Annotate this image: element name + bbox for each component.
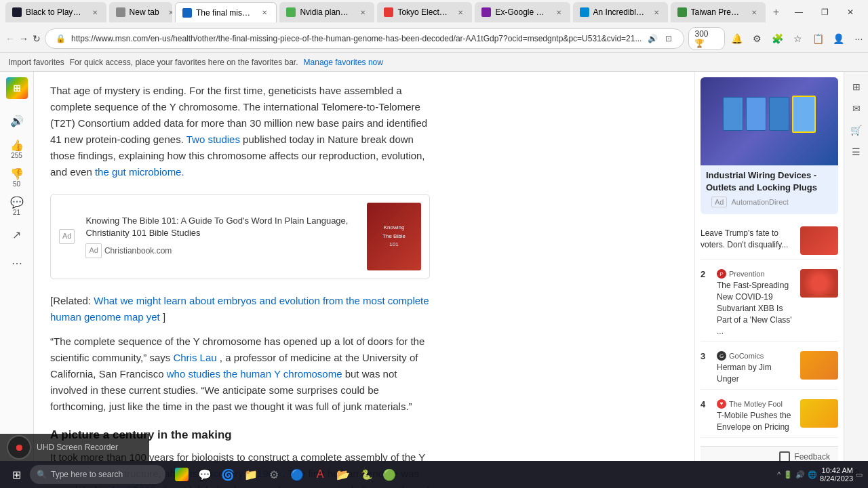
nav-right-area: 300 🏆 🔔 ⚙ 🧩 ☆ 📋 👤 ··· ✦	[688, 27, 868, 50]
msn-logo[interactable]: ⊞	[6, 77, 28, 99]
like-count: 255	[11, 152, 22, 159]
taskbar-app-edge2[interactable]: 🔵	[286, 464, 308, 485]
tab-close-6[interactable]: ✕	[554, 7, 564, 17]
feedback-label[interactable]: Feedback	[794, 452, 830, 462]
maximize-button[interactable]: ❐	[812, 2, 837, 22]
taskbar-app-settings[interactable]: ⚙	[263, 464, 285, 485]
news-title-1: Leave Trump's fate to voters. Don't disq…	[701, 228, 795, 251]
notifications-button[interactable]: 🔔	[728, 29, 745, 48]
tab-close-4[interactable]: ✕	[358, 7, 368, 17]
favorites-bar: Import favorites For quick access, place…	[0, 53, 868, 72]
news-source-icon-4: ♥	[717, 399, 726, 409]
bible-book-image: KnowingThe Bible101	[367, 203, 421, 270]
news-thumb-4	[800, 399, 838, 428]
taskbar-right: ^ 🔋 🔊 🌐 10:42 AM 8/24/2023 ▭	[777, 466, 863, 483]
related-link[interactable]: What we might learn about embryos and ev…	[50, 295, 429, 323]
who-studies-link[interactable]: who studies the human Y chromosome	[167, 368, 342, 380]
far-right-icon-1[interactable]: ⊞	[847, 77, 866, 96]
taskbar-app-files2[interactable]: 📂	[332, 464, 354, 485]
ad-banner-source: AutomationDirect	[731, 198, 788, 206]
ad-source-label: Ad	[85, 243, 101, 258]
far-right-icon-4[interactable]: ☰	[847, 142, 866, 161]
news-title-2: The Fast-Spreading New COVID-19 Subvaria…	[717, 280, 795, 337]
tab-final-missing[interactable]: The final missing p... ✕	[175, 2, 277, 22]
close-button[interactable]: ✕	[838, 2, 863, 22]
like-sidebar-icon[interactable]: 👍 255	[5, 137, 29, 161]
comment-sidebar-icon[interactable]: 💬 21	[5, 194, 29, 218]
tab-close-2[interactable]: ✕	[166, 7, 172, 17]
two-studies-link[interactable]: Two studies	[186, 134, 240, 145]
address-bar[interactable]: 🔒 https://www.msn.com/en-us/health/other…	[45, 28, 684, 49]
read-aloud-address-icon[interactable]: 🔊	[646, 32, 659, 45]
taskbar-app-green[interactable]: 🟢	[378, 464, 400, 485]
tab-google-ceo[interactable]: Ex-Google CEO Er... ✕	[475, 2, 570, 22]
news-meta-3: G GoComics	[717, 351, 795, 361]
tab-taiwan[interactable]: Taiwan President R... ✕	[671, 2, 766, 22]
tab-label-4: Nvidia plans to tri...	[300, 7, 351, 17]
share-sidebar-icon[interactable]: ↗	[5, 222, 29, 247]
minimize-button[interactable]: —	[787, 2, 811, 22]
dislike-sidebar-icon[interactable]: 👎 50	[5, 165, 29, 190]
ad-banner-title: Industrial Wiring Devices - Outlets and …	[706, 169, 833, 194]
article-text-block: That age of mystery is ending. For the f…	[50, 83, 430, 488]
news-item-4[interactable]: 4 ♥ The Motley Fool T-Mobile Pushes the …	[701, 395, 838, 438]
settings-button[interactable]: ⚙	[748, 29, 766, 48]
ad-banner[interactable]: Industrial Wiring Devices - Outlets and …	[701, 77, 838, 214]
import-favorites-label[interactable]: Import favorites	[8, 58, 64, 67]
menu-button[interactable]: ···	[850, 29, 867, 48]
tab-close-1[interactable]: ✕	[90, 7, 100, 17]
taskbar-app-files[interactable]: 📁	[240, 464, 262, 485]
far-right-icon-2[interactable]: ✉	[847, 99, 866, 118]
profile-button[interactable]: 👤	[829, 29, 847, 48]
screen-recorder-bar: ⏺ UHD Screen Recorder	[0, 434, 149, 461]
start-button[interactable]: ⊞	[5, 464, 27, 485]
tab-label-6: Ex-Google CEO Er...	[495, 7, 547, 17]
gut-microbiome-link[interactable]: the gut microbiome.	[95, 166, 184, 178]
read-aloud-sidebar-icon[interactable]: 🔊	[5, 108, 29, 133]
news-item-3[interactable]: 3 G GoComics Herman by Jim Unger	[701, 347, 838, 390]
more-sidebar-icon[interactable]: ⋯	[5, 251, 29, 275]
score-badge: 300 🏆	[688, 27, 725, 50]
tab-new-tab[interactable]: New tab ✕	[109, 2, 172, 22]
news-thumb-1	[800, 226, 838, 255]
far-right-panel: ⊞ ✉ 🛒 ☰ ⚙	[844, 72, 868, 488]
chris-lau-link[interactable]: Chris Lau	[173, 352, 216, 363]
news-source-4: The Motley Fool	[729, 400, 783, 408]
screenshot-icon[interactable]: ⊡	[662, 32, 675, 45]
manage-favorites-link[interactable]: Manage favorites now	[304, 58, 383, 67]
news-num-4: 4	[701, 399, 711, 409]
tab-close-5[interactable]: ✕	[456, 7, 465, 17]
news-item-1[interactable]: Leave Trump's fate to voters. Don't disq…	[701, 222, 838, 260]
comment-count: 21	[13, 209, 20, 216]
taskbar-app-python[interactable]: 🐍	[355, 464, 377, 485]
tab-black-to-play[interactable]: Black to Play! (@w... ✕	[5, 2, 106, 22]
tab-favicon-7	[580, 7, 589, 17]
taskbar-app-edge[interactable]: 🌀	[217, 464, 239, 485]
tab-close-7[interactable]: ✕	[652, 7, 661, 17]
tab-favicon-8	[677, 7, 687, 17]
forward-button[interactable]: →	[19, 28, 28, 49]
tab-close-8[interactable]: ✕	[749, 7, 759, 17]
refresh-button[interactable]: ↻	[33, 28, 41, 49]
taskbar-search[interactable]: 🔍 Type here to search	[30, 465, 165, 484]
news-list: Leave Trump's fate to voters. Don't disq…	[701, 222, 838, 437]
tab-nvidia[interactable]: Nvidia plans to tri... ✕	[279, 2, 374, 22]
news-num-2: 2	[701, 269, 711, 279]
taskbar-app-store[interactable]	[171, 464, 193, 485]
tab-tokyo[interactable]: Tokyo Electron W... ✕	[377, 2, 472, 22]
tab-label-3: The final missing p...	[196, 8, 253, 18]
tab-label-7: An Incredible New...	[593, 7, 645, 17]
favorites-button[interactable]: ☆	[789, 29, 806, 48]
tab-close-3[interactable]: ✕	[260, 8, 269, 18]
ad-label: Ad	[59, 229, 75, 244]
taskbar-clock: 10:42 AM 8/24/2023	[820, 466, 853, 483]
collections-button[interactable]: 📋	[809, 29, 827, 48]
back-button[interactable]: ←	[5, 28, 15, 49]
taskbar-app-chat[interactable]: 💬	[194, 464, 216, 485]
new-tab-button[interactable]: +	[768, 3, 784, 22]
tab-incredible[interactable]: An Incredible New... ✕	[573, 2, 668, 22]
taskbar-app-adobe[interactable]: A	[309, 464, 331, 485]
news-item-2[interactable]: 2 P Prevention The Fast-Spreading New CO…	[701, 265, 838, 342]
extensions-button[interactable]: 🧩	[768, 29, 786, 48]
far-right-icon-3[interactable]: 🛒	[847, 121, 866, 140]
